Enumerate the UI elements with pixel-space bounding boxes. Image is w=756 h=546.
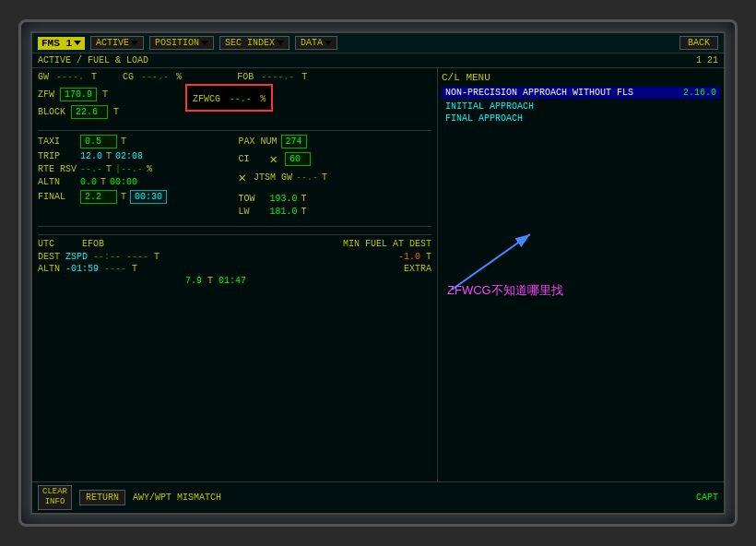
separator-2 — [38, 226, 431, 227]
zfw-label: ZFW — [38, 89, 54, 100]
final-approach-item[interactable]: FINAL APPROACH — [442, 113, 720, 125]
lw-value: 181.0 — [270, 207, 298, 217]
pax-num-value[interactable]: 274 — [281, 135, 307, 148]
svg-line-1 — [452, 234, 530, 290]
back-button[interactable]: BACK — [679, 36, 718, 50]
block-row: BLOCK 22.6 T — [38, 105, 119, 119]
page-number: 1 21 — [696, 55, 718, 65]
trip-unit: T — [106, 151, 112, 161]
altn-unit: T — [100, 177, 106, 187]
jtsm-gw-row: ✕ JTSM GW --.- T — [239, 170, 432, 185]
altn-efob: ---- — [104, 264, 126, 274]
extra-unit: T — [207, 276, 213, 286]
cross-icon-2: ✕ — [239, 170, 246, 185]
cg-label: CG — [123, 72, 134, 82]
efob-label: EFOB — [82, 239, 104, 249]
zfwcg-value[interactable]: --.- — [230, 94, 252, 104]
data-btn[interactable]: DATA — [295, 36, 337, 50]
trip-value: 12.0 — [80, 151, 102, 161]
bottom-bar: CLEARINFO RETURN AWY/WPT MISMATCH CAPT — [32, 481, 724, 513]
jtsm-gw-value: --.- — [296, 172, 318, 183]
sec-index-btn[interactable]: SEC INDEX — [219, 36, 289, 50]
fuel-header: UTC EFOB MIN FUEL AT DEST — [38, 239, 431, 249]
dest-label: DEST — [38, 252, 60, 262]
altn-time: 00:00 — [110, 177, 137, 187]
gw-row: GW ----. T CG ---.- % FOB ----.- T — [38, 72, 431, 82]
active-btn[interactable]: ACTIVE — [90, 36, 144, 50]
rte-rsv-label: RTE RSV — [38, 164, 77, 174]
taxi-unit: T — [121, 136, 126, 147]
right-panel: C/L MENU NON-PRECISION APPROACH WITHOUT … — [438, 68, 724, 481]
left-col: TAXI 0.5 T TRIP 12.0 T 02:08 — [38, 135, 231, 217]
return-label: RETURN — [86, 493, 119, 503]
taxi-row: TAXI 0.5 T — [38, 135, 231, 148]
zfw-value[interactable]: 170.9 — [60, 88, 97, 101]
zfw-section: ZFW 170.9 T BLOCK 22.6 T ZFWCG - — [38, 88, 431, 119]
capt-text: CAPT — [696, 493, 718, 503]
fms-arrow-icon — [74, 41, 81, 45]
left-panel: GW ----. T CG ---.- % FOB ----.- T — [32, 68, 438, 481]
data-arrow-icon — [325, 41, 332, 45]
rte-rsv-row: RTE RSV --.- T |--.- % — [38, 164, 231, 174]
dest-dashes: --:-- — [93, 252, 121, 262]
screen: FMS 1 ACTIVE POSITION SEC INDEX DATA BAC… — [30, 31, 726, 515]
cross-icon: ✕ — [270, 151, 278, 167]
return-button[interactable]: RETURN — [79, 490, 125, 505]
fuel-section: UTC EFOB MIN FUEL AT DEST DEST ZSPD --:-… — [38, 234, 431, 288]
gw-value: ----. — [56, 72, 84, 82]
trip-label: TRIP — [38, 151, 77, 161]
fob-unit: T — [301, 72, 307, 82]
dest-code: ZSPD — [65, 252, 88, 262]
dest-efob-unit: T — [154, 252, 159, 262]
pax-num-label: PAX NUM — [239, 136, 278, 147]
initial-approach-item[interactable]: INITIAL APPROACH — [442, 101, 720, 113]
position-btn[interactable]: POSITION — [149, 36, 214, 50]
lw-row: LW 181.0 T — [239, 207, 432, 217]
annotation-text: ZFWCG不知道哪里找 — [447, 282, 563, 299]
extra-row: 7.9 T 01:47 — [38, 276, 431, 286]
outer-frame: FMS 1 ACTIVE POSITION SEC INDEX DATA BAC… — [18, 19, 738, 527]
trip-row: TRIP 12.0 T 02:08 — [38, 151, 231, 161]
altn-row: ALTN 0.0 T 00:00 — [38, 177, 231, 187]
sec-index-label: SEC INDEX — [225, 38, 275, 48]
extra-time: 01:47 — [219, 276, 246, 286]
taxi-label: TAXI — [38, 136, 77, 147]
altn-time-2: -01:59 — [65, 264, 99, 274]
pax-num-row: PAX NUM 274 — [239, 135, 432, 148]
zfwcg-label: ZFWCG — [193, 94, 220, 104]
zfwcg-box: ZFWCG --.- % — [185, 84, 273, 112]
ci-label: CI — [239, 154, 266, 164]
fms-dropdown[interactable]: FMS 1 — [38, 37, 85, 50]
clear-info-button[interactable]: CLEARINFO — [38, 485, 72, 510]
separator-1 — [38, 130, 431, 131]
taxi-value[interactable]: 0.5 — [80, 135, 117, 148]
zfw-col: ZFW 170.9 T BLOCK 22.6 T — [38, 88, 119, 119]
mid-section: TAXI 0.5 T TRIP 12.0 T 02:08 — [38, 135, 431, 217]
altn-fuel-row: ALTN -01:59 ---- T EXTRA — [38, 264, 431, 274]
zfw-row: ZFW 170.9 T — [38, 88, 119, 101]
sec-arrow-icon — [277, 41, 284, 45]
final-time[interactable]: 00:30 — [130, 190, 167, 204]
active-arrow-icon — [131, 41, 138, 45]
altn-efob-unit: T — [132, 264, 137, 274]
tow-label: TOW — [239, 194, 266, 204]
tow-value: 193.0 — [270, 194, 298, 204]
block-value[interactable]: 22.6 — [71, 105, 108, 119]
block-unit: T — [113, 107, 119, 117]
right-col: PAX NUM 274 CI ✕ 60 ✕ J — [239, 135, 432, 217]
annotation-container: ZFWCG不知道哪里找 — [447, 216, 632, 313]
min-fuel-value: -1.0 — [398, 252, 420, 262]
zfwcg-unit: % — [260, 94, 266, 104]
approach-row[interactable]: NON-PRECISION APPROACH WITHOUT FLS 2.16.… — [442, 87, 720, 99]
jtsm-gw-unit: T — [322, 172, 327, 183]
trip-time: 02:08 — [115, 151, 143, 161]
fms-label: FMS 1 — [41, 38, 72, 49]
min-fuel-label: MIN FUEL AT DEST — [343, 239, 431, 249]
cl-menu-title: C/L MENU — [442, 72, 720, 83]
final-row: FINAL 2.2 T 00:30 — [38, 190, 231, 204]
rte-rsv-pct: |--.- — [115, 164, 143, 174]
final-value[interactable]: 2.2 — [80, 190, 117, 204]
jtsm-gw-label: JTSM GW — [254, 172, 292, 183]
ci-value[interactable]: 60 — [285, 152, 311, 166]
tow-row: TOW 193.0 T — [239, 194, 432, 204]
